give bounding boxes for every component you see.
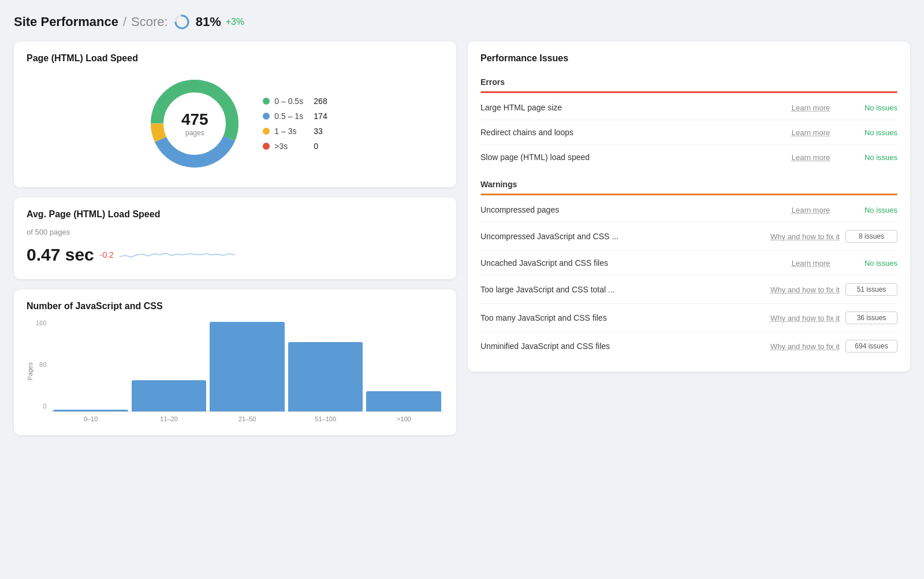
avg-delta: -0.2	[100, 250, 114, 259]
legend-range: 0.5 – 1s	[274, 112, 309, 121]
bar-group	[132, 320, 207, 411]
issue-name: Too large JavaScript and CSS total ...	[480, 285, 765, 294]
issue-link[interactable]: Why and how to fix it	[770, 232, 840, 241]
issue-row: Too many JavaScript and CSS files Why an…	[480, 304, 897, 332]
legend-range: >3s	[274, 142, 309, 151]
sparkline	[120, 242, 444, 268]
avg-speed-card: Avg. Page (HTML) Load Speed of 500 pages…	[14, 198, 456, 279]
issue-row: Redirect chains and loops Learn more No …	[480, 120, 897, 145]
page-header: Site Performance / Score: 81% +3%	[14, 14, 910, 30]
load-speed-card: Page (HTML) Load Speed	[14, 42, 456, 187]
errors-header: Errors	[480, 72, 897, 91]
js-css-card: Number of JavaScript and CSS Pages 160 8…	[14, 290, 456, 435]
issue-name: Redirect chains and loops	[480, 128, 770, 137]
main-grid: Page (HTML) Load Speed	[14, 42, 910, 435]
issue-row: Uncached JavaScript and CSS files Learn …	[480, 251, 897, 276]
x-label: 51–100	[288, 415, 363, 422]
issue-link[interactable]: Why and how to fix it	[770, 285, 840, 294]
bar-group	[366, 320, 441, 411]
bars-container	[51, 320, 444, 412]
y-axis-label: Pages	[27, 362, 33, 380]
bar-chart-inner: 0–1011–2021–5051–100>100	[51, 320, 444, 424]
score-delta: +3%	[226, 17, 244, 27]
legend-range: 0 – 0.5s	[274, 96, 309, 106]
y-axis: 160 80 0	[36, 320, 51, 424]
slash: /	[123, 14, 126, 29]
legend-count: 33	[314, 127, 323, 136]
donut-count: 475	[181, 110, 208, 129]
load-speed-title: Page (HTML) Load Speed	[27, 53, 444, 64]
warnings-header: Warnings	[480, 174, 897, 194]
issue-row: Slow page (HTML) load speed Learn more N…	[480, 145, 897, 169]
donut-center-label: 475 pages	[181, 110, 208, 137]
issue-link[interactable]: Why and how to fix it	[770, 314, 840, 322]
left-column: Page (HTML) Load Speed	[14, 42, 456, 435]
issue-link[interactable]: Learn more	[776, 206, 845, 214]
legend-dot	[263, 113, 270, 120]
donut-sub: pages	[181, 129, 208, 137]
issue-name: Uncached JavaScript and CSS files	[480, 258, 770, 268]
issue-status: No issues	[851, 128, 897, 137]
legend: 0 – 0.5s 268 0.5 – 1s 174 1 – 3s 33 >3s …	[263, 96, 327, 151]
legend-count: 268	[314, 96, 327, 106]
issue-name: Unminified JavaScript and CSS files	[480, 342, 765, 351]
bar-group	[53, 320, 128, 411]
legend-item: 0.5 – 1s 174	[263, 112, 327, 121]
page-title: Site Performance	[14, 14, 118, 29]
bar-chart-area: Pages 160 80 0 0–1011–2021–5051–100>100	[27, 320, 444, 424]
bar-group	[288, 320, 363, 411]
issue-link[interactable]: Learn more	[776, 259, 845, 268]
bar	[210, 322, 285, 411]
legend-item: 1 – 3s 33	[263, 127, 327, 136]
x-label: >100	[366, 415, 441, 422]
legend-dot	[263, 128, 270, 135]
x-labels: 0–1011–2021–5051–100>100	[51, 412, 444, 422]
bar	[366, 391, 441, 411]
issue-badge[interactable]: 8 issues	[845, 230, 897, 243]
legend-item: 0 – 0.5s 268	[263, 96, 327, 106]
errors-list: Large HTML page size Learn more No issue…	[480, 95, 897, 169]
legend-dot	[263, 143, 270, 150]
issue-link[interactable]: Learn more	[776, 153, 845, 162]
issue-name: Large HTML page size	[480, 103, 770, 112]
bar	[132, 380, 207, 411]
issue-status: No issues	[851, 206, 897, 214]
bar	[288, 342, 363, 411]
issue-badge[interactable]: 694 issues	[845, 340, 897, 352]
avg-value-row: 0.47 sec -0.2	[27, 242, 444, 268]
issue-row: Large HTML page size Learn more No issue…	[480, 95, 897, 120]
issue-row: Unminified JavaScript and CSS files Why …	[480, 332, 897, 360]
donut-chart: 475 pages	[143, 72, 247, 176]
issue-status: No issues	[851, 259, 897, 268]
bar-group	[210, 320, 285, 411]
warnings-divider	[480, 194, 897, 195]
issue-status: No issues	[851, 103, 897, 112]
issue-name: Too many JavaScript and CSS files	[480, 313, 765, 322]
issue-name: Uncompressed pages	[480, 205, 770, 214]
legend-count: 0	[314, 142, 318, 151]
score-circle-icon	[174, 14, 190, 30]
issue-link[interactable]: Learn more	[776, 103, 845, 112]
js-css-title: Number of JavaScript and CSS	[27, 301, 444, 311]
issue-name: Slow page (HTML) load speed	[480, 153, 770, 162]
issue-badge[interactable]: 36 issues	[845, 311, 897, 324]
issue-name: Uncompressed JavaScript and CSS ...	[480, 232, 765, 241]
donut-section: 475 pages 0 – 0.5s 268 0.5 – 1s 174 1 – …	[27, 72, 444, 176]
issue-status: No issues	[851, 153, 897, 162]
avg-subtitle: of 500 pages	[27, 228, 444, 236]
issue-badge[interactable]: 51 issues	[845, 283, 897, 296]
legend-range: 1 – 3s	[274, 127, 309, 136]
score-value: 81%	[196, 14, 221, 29]
issue-link[interactable]: Learn more	[776, 128, 845, 137]
issue-row: Too large JavaScript and CSS total ... W…	[480, 276, 897, 304]
legend-dot	[263, 98, 270, 105]
x-label: 11–20	[132, 415, 207, 422]
bar	[53, 410, 128, 411]
errors-divider	[480, 91, 897, 93]
issue-row: Uncompressed JavaScript and CSS ... Why …	[480, 222, 897, 251]
performance-issues-card: Performance Issues Errors Large HTML pag…	[468, 42, 910, 372]
issue-link[interactable]: Why and how to fix it	[770, 342, 840, 351]
score-label: Score:	[131, 14, 168, 29]
avg-value: 0.47 sec	[27, 245, 94, 265]
issue-row: Uncompressed pages Learn more No issues	[480, 198, 897, 222]
